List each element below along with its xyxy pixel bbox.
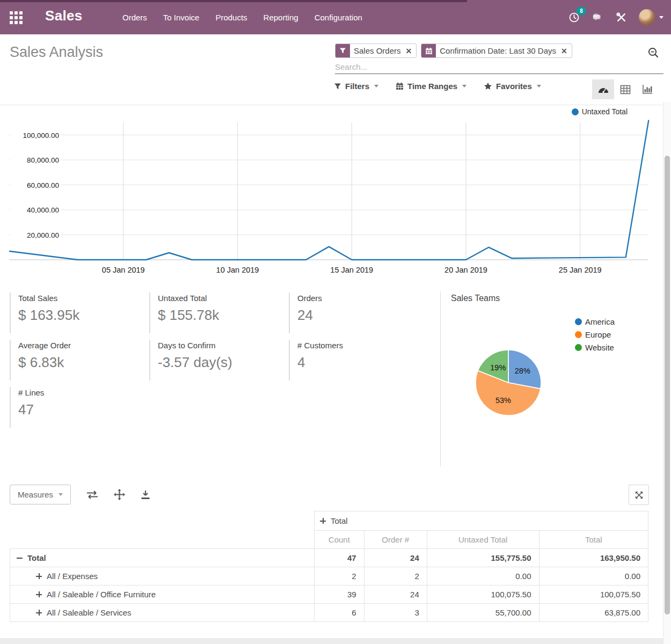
calendar-icon xyxy=(396,82,404,90)
kpi-card-days-to-confirm[interactable]: Days to Confirm-3.57 day(s) xyxy=(149,340,278,380)
kpi-label: # Lines xyxy=(18,388,138,397)
plus-icon[interactable] xyxy=(36,591,42,597)
untaxed-total-line[interactable] xyxy=(9,120,648,260)
user-menu[interactable] xyxy=(639,9,663,25)
plus-icon[interactable] xyxy=(36,610,42,616)
pivot-table: Total CountOrder #Untaxed TotalTotal Tot… xyxy=(10,511,648,622)
legend-label: Website xyxy=(585,343,614,352)
pivot-cell[interactable]: 6 xyxy=(315,604,364,622)
measure-column-header[interactable]: Total xyxy=(539,531,648,549)
dashboard-view-button[interactable] xyxy=(592,79,614,99)
measure-column-header[interactable]: Order # xyxy=(364,531,427,549)
line-chart-legend[interactable]: Untaxed Total xyxy=(572,107,628,116)
untaxed-total-line-chart[interactable]: 20,000.0040,000.0060,000.0080,000.00100,… xyxy=(0,118,661,279)
vertical-scrollbar[interactable] xyxy=(663,102,671,644)
pivot-row-header[interactable]: All / Saleable / Office Furniture xyxy=(10,586,315,604)
pivot-cell[interactable]: 63,875.00 xyxy=(539,604,648,622)
fullscreen-button[interactable] xyxy=(629,485,649,505)
menu-item-to-invoice[interactable]: To Invoice xyxy=(163,13,200,22)
graph-view-button[interactable] xyxy=(636,79,658,99)
pivot-cell[interactable]: 100,075.50 xyxy=(539,586,648,604)
pivot-row-header[interactable]: All / Saleable / Services xyxy=(10,604,315,622)
pivot-cell[interactable]: 39 xyxy=(315,586,364,604)
expand-all-button[interactable] xyxy=(114,489,125,500)
menu-item-reporting[interactable]: Reporting xyxy=(264,13,298,22)
kpi-card--lines[interactable]: # Lines47 xyxy=(10,387,138,428)
pivot-cell[interactable]: 155,775.50 xyxy=(427,549,539,567)
pie-slice-percent: 19% xyxy=(490,363,506,372)
download-button[interactable] xyxy=(140,489,151,500)
pivot-row: Total4724155,775.50163,950.50 xyxy=(10,549,648,567)
legend-label: Untaxed Total xyxy=(582,107,628,116)
apps-grid-icon[interactable] xyxy=(10,11,23,24)
facet-label: Confirmation Date: Last 30 Days xyxy=(436,44,560,57)
row-label: All / Saleable / Office Furniture xyxy=(47,590,156,599)
kpi-card-orders[interactable]: Orders24 xyxy=(289,292,418,333)
pie-legend-item-website[interactable]: Website xyxy=(575,343,615,352)
x-axis-tick-label: 25 Jan 2019 xyxy=(559,266,602,274)
pivot-cell[interactable]: 24 xyxy=(364,586,427,604)
y-axis-tick-label: 60,000.00 xyxy=(27,181,59,189)
pivot-cell[interactable]: 100,075.50 xyxy=(427,586,539,604)
kpi-label: Untaxed Total xyxy=(158,294,278,303)
measure-column-header[interactable]: Count xyxy=(315,531,364,549)
pivot-cell[interactable]: 163,950.50 xyxy=(539,549,648,567)
favorites-button[interactable]: Favorites xyxy=(484,82,541,91)
x-axis-tick-label: 20 Jan 2019 xyxy=(444,266,487,274)
pie-legend-item-america[interactable]: America xyxy=(575,317,615,326)
measure-column-header[interactable]: Untaxed Total xyxy=(427,531,539,549)
row-label: Total xyxy=(27,553,46,562)
app-brand[interactable]: Sales xyxy=(45,8,82,24)
pivot-row-header[interactable]: All / Expenses xyxy=(10,567,315,586)
remove-facet-icon[interactable]: ✕ xyxy=(405,44,417,57)
pie-legend-item-europe[interactable]: Europe xyxy=(575,330,615,339)
measures-button[interactable]: Measures xyxy=(10,485,71,504)
view-switcher xyxy=(592,79,658,99)
row-label: All / Expenses xyxy=(47,572,98,581)
pivot-cell[interactable]: 47 xyxy=(315,549,364,567)
search-magnifier-icon[interactable] xyxy=(647,47,659,61)
messages-icon[interactable] xyxy=(592,11,603,23)
search-input[interactable] xyxy=(335,60,663,74)
control-panel: Sales Analysis Sales Orders ✕ xyxy=(0,34,671,105)
scrollbar-thumb[interactable] xyxy=(665,156,670,614)
favorites-label: Favorites xyxy=(496,82,532,91)
move-arrows-icon xyxy=(114,489,125,500)
pie-legend: AmericaEuropeWebsite xyxy=(575,317,615,352)
pie-slice-percent: 28% xyxy=(515,367,530,375)
pivot-column-group-header[interactable]: Total xyxy=(315,511,648,531)
pivot-cell[interactable]: 24 xyxy=(364,549,427,567)
kpi-card-total-sales[interactable]: Total Sales$ 163.95k xyxy=(10,292,138,333)
pivot-cell[interactable]: 2 xyxy=(315,567,364,586)
tools-icon[interactable] xyxy=(615,11,627,23)
pivot-view-button[interactable] xyxy=(614,79,636,99)
flip-axis-button[interactable] xyxy=(86,490,99,500)
menu-item-configuration[interactable]: Configuration xyxy=(315,13,362,22)
time-ranges-button[interactable]: Time Ranges xyxy=(396,82,466,91)
sales-teams-pie-chart[interactable]: 28%53%19% xyxy=(473,348,543,418)
page-title: Sales Analysis xyxy=(10,44,103,61)
kpi-card--customers[interactable]: # Customers4 xyxy=(289,340,418,380)
minus-icon[interactable] xyxy=(17,555,23,561)
pivot-row-header[interactable]: Total xyxy=(10,549,315,567)
filters-button[interactable]: Filters xyxy=(334,82,378,91)
pivot-cell[interactable]: 2 xyxy=(364,567,427,586)
menu-item-orders[interactable]: Orders xyxy=(122,13,147,22)
pivot-measures-row: CountOrder #Untaxed TotalTotal xyxy=(10,531,648,549)
filter-icon xyxy=(334,83,341,90)
activities-clock-icon[interactable]: 8 xyxy=(568,11,580,23)
kpi-card-untaxed-total[interactable]: Untaxed Total$ 155.78k xyxy=(149,292,278,333)
pivot-cell[interactable]: 0.00 xyxy=(427,567,539,586)
chevron-down-icon xyxy=(462,85,466,87)
menu-item-products[interactable]: Products xyxy=(215,13,247,22)
chevron-down-icon xyxy=(659,16,663,19)
pivot-corner-cell xyxy=(10,511,315,531)
plus-icon[interactable] xyxy=(36,573,42,579)
pivot-cell[interactable]: 55,700.00 xyxy=(427,604,539,622)
pivot-cell[interactable]: 0.00 xyxy=(539,567,648,586)
pivot-row: All / Saleable / Office Furniture3924100… xyxy=(10,586,648,604)
dashboard-content: Untaxed Total 20,000.0040,000.0060,000.0… xyxy=(0,105,663,644)
kpi-card-average-order[interactable]: Average Order$ 6.83k xyxy=(10,340,138,380)
pivot-cell[interactable]: 3 xyxy=(364,604,427,622)
remove-facet-icon[interactable]: ✕ xyxy=(560,44,572,57)
